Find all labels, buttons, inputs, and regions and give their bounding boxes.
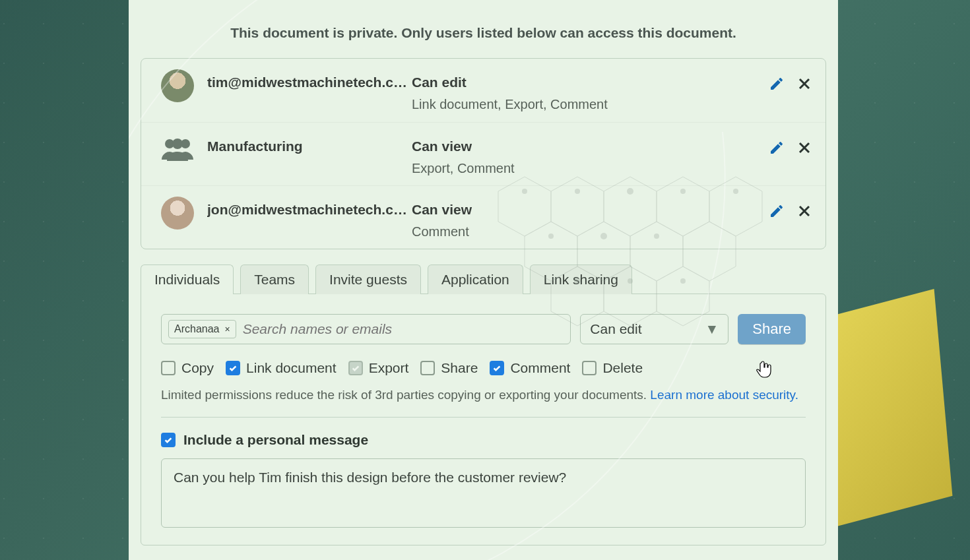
avatar bbox=[161, 69, 194, 102]
checkbox-icon bbox=[161, 361, 176, 375]
user-permission: Can edit bbox=[412, 75, 746, 90]
permissions-hint: Limited permissions reduce the risk of 3… bbox=[161, 388, 806, 402]
include-message-label: Include a personal message bbox=[183, 432, 368, 448]
recipient-chip-label: Archanaa bbox=[174, 323, 220, 335]
user-row: tim@midwestmachinetech.co… Can edit Link… bbox=[141, 59, 825, 122]
checkbox-icon bbox=[582, 361, 597, 375]
share-button[interactable]: Share bbox=[738, 314, 806, 344]
permission-checkboxes: Copy Link document Export Share bbox=[161, 360, 806, 376]
divider bbox=[161, 417, 806, 418]
perm-label: Delete bbox=[602, 360, 643, 376]
personal-message-input[interactable] bbox=[161, 458, 806, 528]
remove-icon[interactable] bbox=[796, 203, 812, 219]
user-permission-details: Export, Comment bbox=[412, 161, 746, 176]
share-panel: This document is private. Only users lis… bbox=[129, 0, 838, 560]
user-row: Manufacturing Can view Export, Comment bbox=[141, 122, 825, 185]
remove-icon[interactable] bbox=[796, 140, 812, 156]
share-tabs: Individuals Teams Invite guests Applicat… bbox=[141, 264, 826, 294]
user-email: Manufacturing bbox=[207, 132, 412, 154]
perm-copy[interactable]: Copy bbox=[161, 360, 214, 376]
tab-invite-guests[interactable]: Invite guests bbox=[315, 264, 421, 294]
role-select[interactable]: Can edit ▼ bbox=[580, 314, 728, 344]
edit-icon[interactable] bbox=[769, 203, 785, 219]
chip-remove-icon[interactable]: × bbox=[225, 324, 230, 334]
edit-icon[interactable] bbox=[769, 140, 785, 156]
user-permission-details: Comment bbox=[412, 224, 746, 239]
user-permission: Can view bbox=[412, 202, 746, 218]
recipient-search-input[interactable] bbox=[243, 321, 564, 337]
checkbox-icon bbox=[420, 361, 435, 375]
perm-export: Export bbox=[348, 360, 409, 376]
recipient-input-wrapper[interactable]: Archanaa × bbox=[161, 314, 571, 344]
learn-more-link[interactable]: Learn more about security. bbox=[650, 388, 798, 402]
tab-body-individuals: Archanaa × Can edit ▼ Share Copy Link do… bbox=[141, 294, 826, 545]
edit-icon[interactable] bbox=[769, 76, 785, 92]
user-row: jon@midwestmachinetech.co… Can view Comm… bbox=[141, 185, 825, 249]
remove-icon[interactable] bbox=[796, 76, 812, 92]
tab-application[interactable]: Application bbox=[428, 264, 523, 294]
include-message-checkbox[interactable] bbox=[161, 433, 176, 447]
perm-label: Copy bbox=[181, 360, 214, 376]
perm-link-document[interactable]: Link document bbox=[226, 360, 337, 376]
cursor-hand-icon bbox=[756, 360, 771, 379]
perm-comment[interactable]: Comment bbox=[490, 360, 570, 376]
tab-link-sharing[interactable]: Link sharing bbox=[530, 264, 632, 294]
hint-text: Limited permissions reduce the risk of 3… bbox=[161, 388, 650, 402]
avatar bbox=[161, 197, 194, 230]
group-icon bbox=[160, 136, 195, 162]
privacy-header: This document is private. Only users lis… bbox=[141, 25, 826, 41]
user-permission-details: Link document, Export, Comment bbox=[412, 97, 746, 112]
role-select-value: Can edit bbox=[590, 321, 641, 337]
perm-label: Comment bbox=[510, 360, 570, 376]
perm-label: Link document bbox=[246, 360, 337, 376]
perm-label: Share bbox=[441, 360, 478, 376]
user-email: tim@midwestmachinetech.co… bbox=[207, 68, 412, 90]
perm-delete[interactable]: Delete bbox=[582, 360, 643, 376]
perm-share[interactable]: Share bbox=[420, 360, 478, 376]
chevron-down-icon: ▼ bbox=[705, 321, 719, 337]
checkbox-icon bbox=[490, 361, 504, 375]
tab-individuals[interactable]: Individuals bbox=[141, 264, 234, 294]
user-list: tim@midwestmachinetech.co… Can edit Link… bbox=[141, 58, 826, 249]
user-email: jon@midwestmachinetech.co… bbox=[207, 195, 412, 218]
user-permission: Can view bbox=[412, 139, 746, 154]
checkbox-icon bbox=[226, 361, 240, 375]
recipient-chip: Archanaa × bbox=[168, 320, 236, 338]
checkbox-icon bbox=[348, 361, 363, 375]
perm-label: Export bbox=[369, 360, 409, 376]
tab-teams[interactable]: Teams bbox=[240, 264, 309, 294]
svg-point-2 bbox=[172, 139, 183, 149]
